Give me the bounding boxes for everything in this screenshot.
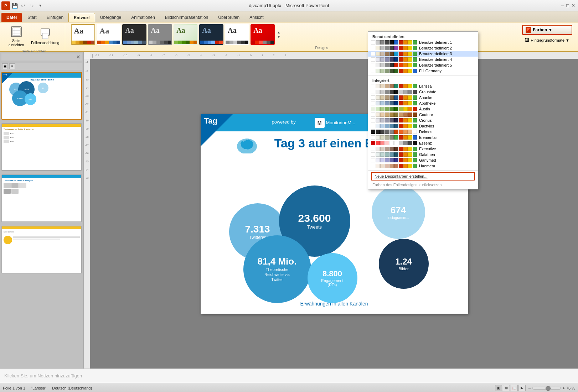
slideshow-btn[interactable]: ▶ bbox=[518, 385, 526, 391]
slide-view-btn[interactable]: ▣ bbox=[2, 63, 8, 69]
theme-up[interactable]: ▲ bbox=[277, 30, 280, 34]
reading-view-btn[interactable]: 📖 bbox=[511, 385, 518, 391]
color-name-ganymed: Ganymed bbox=[419, 158, 475, 162]
color-row-ganymed[interactable]: Ganymed bbox=[368, 157, 478, 163]
undo-icon[interactable]: ↩ bbox=[19, 2, 27, 10]
panel-header: ✕ bbox=[1, 53, 82, 61]
slide-thumb-2[interactable]: Top-Autoren auf Twitter & Instagram Auth… bbox=[1, 123, 82, 171]
powered-by: powered by bbox=[272, 119, 296, 125]
theme-4[interactable]: Aa bbox=[148, 24, 172, 45]
color-row-fhgermany[interactable]: FH Germany bbox=[368, 68, 478, 74]
swatches-cronus bbox=[371, 118, 417, 122]
color-row-graustufe[interactable]: Graustufe bbox=[368, 89, 478, 95]
slide-thumb-4[interactable]: Slide content bbox=[1, 226, 82, 273]
tab-datei[interactable]: Datei bbox=[1, 13, 22, 22]
color-row-benutzerdef2[interactable]: Benutzerdefiniert 2 bbox=[368, 45, 478, 51]
color-row-benutzerdef4[interactable]: Benutzerdefiniert 4 bbox=[368, 57, 478, 62]
color-row-benutzerdef1[interactable]: Benutzerdefiniert 1 bbox=[368, 40, 478, 45]
theme-5[interactable]: Aa bbox=[174, 24, 198, 45]
color-name-haemera: Haemera bbox=[419, 164, 475, 168]
slide-count: Folie 1 von 1 bbox=[3, 386, 25, 390]
minimize-icon[interactable]: ─ bbox=[561, 3, 564, 8]
color-name-benutzerdef4: Benutzerdefiniert 4 bbox=[419, 57, 475, 62]
theme-3[interactable]: Aa bbox=[122, 24, 146, 45]
color-name-benutzerdef3: Benutzerdefiniert 3 bbox=[419, 52, 475, 56]
color-row-benutzerdef3[interactable]: Benutzerdefiniert 3 bbox=[368, 51, 478, 57]
tab-start[interactable]: Start bbox=[22, 13, 41, 22]
tab-entwurf[interactable]: Entwurf bbox=[68, 13, 95, 22]
swatches-benutzerdef2 bbox=[371, 46, 417, 50]
redo-icon[interactable]: ↪ bbox=[28, 2, 36, 10]
maximize-icon[interactable]: □ bbox=[566, 3, 569, 8]
color-row-galathea[interactable]: Galathea bbox=[368, 152, 478, 157]
hintergrundformate-btn[interactable]: 🖼 Hintergrundformate ▼ bbox=[522, 36, 572, 44]
save-icon[interactable]: 💾 bbox=[11, 2, 19, 10]
theme-2[interactable]: Aa bbox=[97, 24, 121, 45]
zoom-level: 76 % bbox=[566, 386, 575, 390]
svg-rect-1 bbox=[12, 28, 20, 36]
tab-animationen[interactable]: Animationen bbox=[126, 13, 160, 22]
folienausrichtung-icon bbox=[39, 27, 52, 40]
color-row-deimos[interactable]: Deimos bbox=[368, 129, 478, 135]
zoom-minus[interactable]: ─ bbox=[528, 386, 531, 390]
swatches-ganymed bbox=[371, 158, 417, 162]
color-row-benutzerdef5[interactable]: Benutzerdefiniert 5 bbox=[368, 62, 478, 68]
color-name-austin: Austin bbox=[419, 107, 475, 111]
folienausrichtung-btn[interactable]: Folienausrichtung bbox=[28, 26, 62, 47]
zoom-plus[interactable]: + bbox=[562, 386, 564, 390]
outline-view-btn[interactable]: ≡ bbox=[9, 63, 15, 69]
color-row-larissa[interactable]: Larissa bbox=[368, 83, 478, 89]
panel-close-btn[interactable]: ✕ bbox=[76, 54, 81, 60]
customize-icon[interactable]: ▼ bbox=[36, 2, 44, 10]
view-buttons: ▣ ⊞ 📖 ▶ bbox=[495, 385, 526, 391]
slide-thumb-1[interactable]: 1 Tag Tag 3 auf einen Blick 7.313 23.60 bbox=[1, 72, 82, 120]
color-row-couture[interactable]: Couture bbox=[368, 112, 478, 117]
swatches-apotheke bbox=[371, 101, 417, 105]
zoom-slider[interactable] bbox=[532, 387, 561, 390]
theme-7[interactable]: Aa bbox=[225, 24, 249, 45]
tab-ansicht[interactable]: Ansicht bbox=[244, 13, 268, 22]
theme-down[interactable]: ▼ bbox=[277, 35, 280, 39]
farben-label: Farben ▼ bbox=[533, 27, 552, 32]
farben-button[interactable]: Farben ▼ bbox=[522, 25, 572, 35]
neue-designfarben-btn[interactable]: Neue Designfarben erstellen... bbox=[371, 172, 475, 181]
slide-thumb-3[interactable]: Top-Inhalte auf Twitter & Instagram bbox=[1, 174, 82, 222]
color-name-benutzerdef5: Benutzerdefiniert 5 bbox=[419, 63, 475, 67]
tab-bildschirm[interactable]: Bildschirmpräsentation bbox=[160, 13, 213, 22]
color-row-essenz[interactable]: Essenz bbox=[368, 140, 478, 146]
color-row-dactylos[interactable]: Dactylos bbox=[368, 123, 478, 129]
tab-ueberpruefen[interactable]: Überprüfen bbox=[213, 13, 244, 22]
swatches-couture bbox=[371, 113, 417, 117]
slide-sorter-btn[interactable]: ⊞ bbox=[503, 385, 510, 391]
ribbon-content: Seiteeinrichten Folienausrichtung Seite … bbox=[0, 22, 578, 51]
color-row-elementar[interactable]: Elementar bbox=[368, 135, 478, 140]
color-name-essenz: Essenz bbox=[419, 141, 475, 145]
tab-einfuegen[interactable]: Einfügen bbox=[42, 13, 68, 22]
notes-area[interactable]: Klicken Sie, um Notizen hinzuzufügen bbox=[0, 369, 578, 383]
close-icon[interactable]: ✕ bbox=[571, 3, 575, 8]
dropdown-divider-1 bbox=[368, 75, 478, 75]
hintergrund-icon: 🖼 bbox=[525, 38, 529, 43]
slide-work-area: │ -12 -11 -10 -9 -8 -7 -6 -5 -4 -3 -2 -1… bbox=[84, 52, 578, 369]
title-bar: P 💾 ↩ ↪ ▼ djvcamp16.pptx - Microsoft Pow… bbox=[0, 0, 578, 11]
color-row-austin[interactable]: Austin bbox=[368, 106, 478, 112]
circle-engagement: 8.800 Engagement(RTs) bbox=[308, 253, 357, 303]
seite-einrichten-btn[interactable]: Seiteeinrichten bbox=[6, 24, 27, 49]
theme-nav: ▲ ▼ bbox=[277, 30, 280, 39]
normal-view-btn[interactable]: ▣ bbox=[495, 385, 502, 391]
zoom-handle[interactable] bbox=[546, 386, 551, 391]
color-row-executive[interactable]: Executive bbox=[368, 146, 478, 152]
window-title: djvcamp16.pptx - Microsoft PowerPoint bbox=[249, 3, 329, 8]
tab-uebergaenge[interactable]: Übergänge bbox=[95, 13, 126, 22]
theme-8[interactable]: Aa bbox=[251, 24, 275, 45]
color-name-deimos: Deimos bbox=[419, 130, 475, 134]
color-row-cronus[interactable]: Cronus bbox=[368, 117, 478, 123]
color-row-haemera[interactable]: Haemera bbox=[368, 163, 478, 169]
theme-6[interactable]: Aa bbox=[199, 24, 223, 45]
color-row-apotheke[interactable]: Apotheke bbox=[368, 100, 478, 106]
theme-1[interactable]: Aa bbox=[71, 24, 95, 45]
swatches-essenz bbox=[371, 141, 417, 145]
seite-einrichten-label: Seiteeinrichten bbox=[9, 39, 24, 47]
color-row-ananke[interactable]: Ananke bbox=[368, 95, 478, 100]
slide-thumbnail-content-4: Slide content bbox=[2, 226, 81, 273]
